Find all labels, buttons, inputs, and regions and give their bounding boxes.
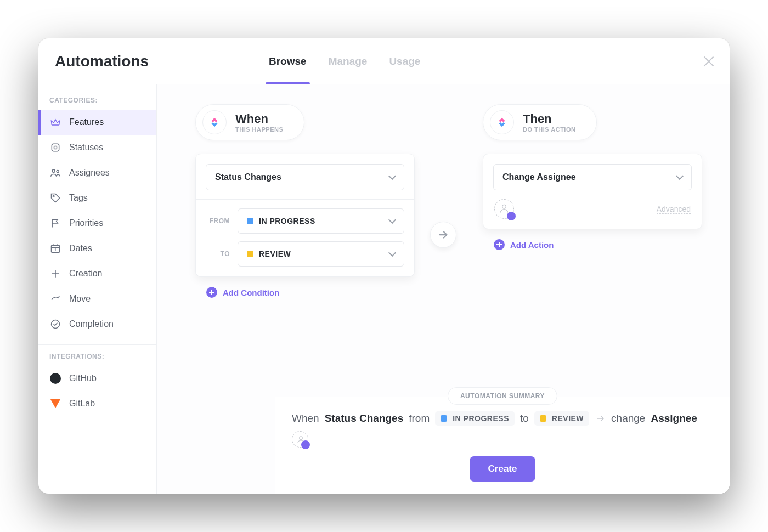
plus-icon bbox=[49, 268, 61, 280]
modal-title: Automations bbox=[55, 53, 269, 70]
chevron-down-icon bbox=[388, 216, 396, 224]
sidebar-item-completion[interactable]: Completion bbox=[38, 312, 156, 337]
automation-canvas: When THIS HAPPENS Status Changes FROM bbox=[157, 84, 730, 494]
modal-body: CATEGORIES: Features Statuses bbox=[38, 84, 730, 494]
tab-manage[interactable]: Manage bbox=[329, 38, 368, 84]
summary-change: change bbox=[611, 412, 645, 425]
from-label: FROM bbox=[206, 217, 230, 225]
sidebar-item-label: Statuses bbox=[69, 143, 103, 152]
sidebar-item-priorities[interactable]: Priorities bbox=[38, 211, 156, 236]
sidebar-item-features[interactable]: Features bbox=[38, 110, 156, 135]
sidebar-item-statuses[interactable]: Statuses bbox=[38, 135, 156, 160]
close-icon[interactable] bbox=[702, 55, 715, 68]
github-icon bbox=[49, 372, 61, 384]
sidebar-item-label: GitLab bbox=[69, 399, 95, 409]
summary-line: When Status Changes from IN PROGRESS to … bbox=[292, 411, 713, 448]
then-card: Change Assignee Advanced bbox=[483, 154, 702, 229]
calendar-icon: 1 bbox=[49, 242, 61, 254]
from-status-dropdown[interactable]: IN PROGRESS bbox=[238, 208, 404, 234]
summary-to-status: REVIEW bbox=[552, 414, 584, 423]
summary-from-chip: IN PROGRESS bbox=[435, 411, 515, 426]
svg-point-2 bbox=[52, 169, 55, 172]
status-color-dot bbox=[441, 415, 447, 422]
to-status-value: REVIEW bbox=[259, 250, 291, 258]
when-subtitle: THIS HAPPENS bbox=[235, 126, 283, 133]
plus-circle-icon bbox=[494, 239, 505, 250]
sidebar-divider bbox=[38, 344, 156, 345]
sidebar-item-assignees[interactable]: Assignees bbox=[38, 160, 156, 185]
create-button[interactable]: Create bbox=[470, 456, 536, 482]
summary-to-chip: REVIEW bbox=[534, 411, 589, 426]
then-header: Then DO THIS ACTION bbox=[483, 104, 597, 140]
summary-pill: AUTOMATION SUMMARY bbox=[448, 387, 557, 405]
sidebar-item-label: Dates bbox=[69, 244, 92, 253]
summary-from-status: IN PROGRESS bbox=[453, 414, 509, 423]
summary-when: When bbox=[292, 412, 319, 425]
sidebar-item-label: Priorities bbox=[69, 218, 103, 228]
sidebar-item-move[interactable]: Move bbox=[38, 286, 156, 312]
card-divider bbox=[196, 199, 414, 200]
svg-text:1: 1 bbox=[54, 248, 57, 252]
add-action-label: Add Action bbox=[510, 240, 554, 250]
sidebar-integrations-label: INTEGRATIONS: bbox=[38, 353, 156, 366]
modal-header: Automations Browse Manage Usage bbox=[38, 38, 730, 84]
summary-assignee-icon[interactable] bbox=[292, 431, 308, 448]
trigger-dropdown[interactable]: Status Changes bbox=[206, 164, 404, 190]
chevron-down-icon bbox=[388, 249, 396, 257]
clickup-logo-icon bbox=[202, 110, 227, 134]
square-icon bbox=[49, 142, 61, 154]
sidebar-item-github[interactable]: GitHub bbox=[38, 366, 156, 391]
sidebar-item-label: Tags bbox=[69, 193, 88, 203]
plus-circle-icon bbox=[206, 287, 217, 298]
tag-icon bbox=[49, 192, 61, 204]
status-color-dot bbox=[247, 251, 253, 257]
chevron-down-icon bbox=[676, 172, 684, 180]
when-column: When THIS HAPPENS Status Changes FROM bbox=[195, 104, 415, 298]
then-title: Then bbox=[523, 112, 575, 126]
sidebar-item-label: Features bbox=[69, 117, 104, 127]
when-card: Status Changes FROM IN PROGRESS bbox=[195, 154, 415, 277]
people-icon bbox=[49, 167, 61, 179]
svg-point-7 bbox=[52, 320, 60, 329]
tab-browse[interactable]: Browse bbox=[269, 38, 307, 84]
trigger-value: Status Changes bbox=[215, 172, 281, 182]
status-color-dot bbox=[540, 415, 546, 422]
sidebar-item-label: Assignees bbox=[69, 168, 110, 178]
sidebar: CATEGORIES: Features Statuses bbox=[38, 84, 157, 494]
arrow-icon bbox=[49, 293, 61, 305]
then-subtitle: DO THIS ACTION bbox=[523, 126, 575, 133]
svg-point-4 bbox=[53, 195, 54, 197]
status-color-dot bbox=[247, 218, 253, 224]
flag-icon bbox=[49, 217, 61, 229]
sidebar-item-label: Creation bbox=[69, 269, 102, 279]
svg-point-8 bbox=[502, 205, 506, 208]
tabs: Browse Manage Usage bbox=[269, 38, 420, 84]
sidebar-item-label: GitHub bbox=[69, 373, 97, 383]
chevron-down-icon bbox=[388, 172, 396, 180]
summary-to: to bbox=[520, 412, 529, 425]
tab-usage[interactable]: Usage bbox=[389, 38, 420, 84]
add-action-button[interactable]: Add Action bbox=[483, 239, 702, 250]
when-title: When bbox=[235, 112, 283, 126]
summary-from: from bbox=[409, 412, 430, 425]
action-dropdown[interactable]: Change Assignee bbox=[493, 164, 692, 190]
sidebar-item-creation[interactable]: Creation bbox=[38, 261, 156, 286]
summary-trigger: Status Changes bbox=[325, 412, 404, 425]
advanced-link[interactable]: Advanced bbox=[657, 205, 691, 214]
add-assignee-button[interactable] bbox=[494, 199, 514, 219]
flow-arrow-icon bbox=[430, 222, 456, 248]
from-status-value: IN PROGRESS bbox=[259, 217, 315, 225]
then-column: Then DO THIS ACTION Change Assignee bbox=[483, 104, 702, 250]
svg-point-9 bbox=[300, 437, 303, 440]
clickup-logo-icon bbox=[490, 110, 514, 134]
sidebar-item-gitlab[interactable]: GitLab bbox=[38, 391, 156, 416]
to-status-dropdown[interactable]: REVIEW bbox=[238, 241, 404, 267]
check-circle-icon bbox=[49, 318, 61, 330]
sidebar-item-tags[interactable]: Tags bbox=[38, 185, 156, 211]
sidebar-item-dates[interactable]: 1 Dates bbox=[38, 236, 156, 261]
crown-icon bbox=[49, 116, 61, 128]
add-condition-button[interactable]: Add Condition bbox=[195, 287, 415, 298]
to-label: TO bbox=[206, 250, 230, 258]
svg-point-3 bbox=[57, 170, 59, 172]
sidebar-categories-label: CATEGORIES: bbox=[38, 97, 156, 110]
